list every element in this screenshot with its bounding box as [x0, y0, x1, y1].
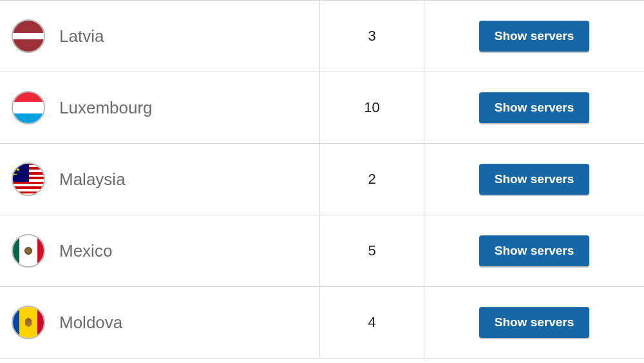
- flag-icon: [12, 19, 45, 53]
- action-cell: Show servers: [424, 1, 644, 72]
- flag-icon: [12, 234, 45, 268]
- server-count: 3: [320, 1, 424, 72]
- show-servers-button[interactable]: Show servers: [479, 92, 590, 123]
- flag-icon: [12, 162, 45, 196]
- country-name: Latvia: [59, 26, 104, 46]
- table-row: Latvia 3 Show servers: [0, 0, 644, 72]
- table-row: Malaysia 2 Show servers: [0, 143, 644, 215]
- flag-icon: [12, 306, 45, 339]
- country-name: Luxembourg: [59, 98, 153, 118]
- country-name: Malaysia: [59, 170, 126, 190]
- action-cell: Show servers: [424, 144, 644, 215]
- server-country-table: Latvia 3 Show servers Luxembourg 10 Show…: [0, 0, 644, 358]
- country-cell: Luxembourg: [0, 72, 320, 143]
- country-cell: Mexico: [0, 215, 320, 286]
- server-count: 5: [320, 215, 424, 286]
- country-cell: Latvia: [0, 1, 320, 72]
- action-cell: Show servers: [424, 215, 644, 286]
- country-cell: Moldova: [0, 287, 320, 358]
- show-servers-button[interactable]: Show servers: [479, 235, 590, 266]
- show-servers-button[interactable]: Show servers: [479, 21, 590, 52]
- action-cell: Show servers: [424, 287, 644, 358]
- server-count: 10: [320, 72, 424, 143]
- server-count: 2: [320, 144, 424, 215]
- show-servers-button[interactable]: Show servers: [479, 307, 590, 338]
- show-servers-button[interactable]: Show servers: [479, 164, 590, 195]
- table-row: Mexico 5 Show servers: [0, 215, 644, 286]
- country-cell: Malaysia: [0, 144, 320, 215]
- country-name: Moldova: [59, 313, 122, 333]
- country-name: Mexico: [59, 241, 112, 261]
- flag-icon: [12, 91, 45, 124]
- action-cell: Show servers: [424, 72, 644, 143]
- table-row: Luxembourg 10 Show servers: [0, 72, 644, 143]
- table-row: Moldova 4 Show servers: [0, 286, 644, 358]
- server-count: 4: [320, 287, 424, 358]
